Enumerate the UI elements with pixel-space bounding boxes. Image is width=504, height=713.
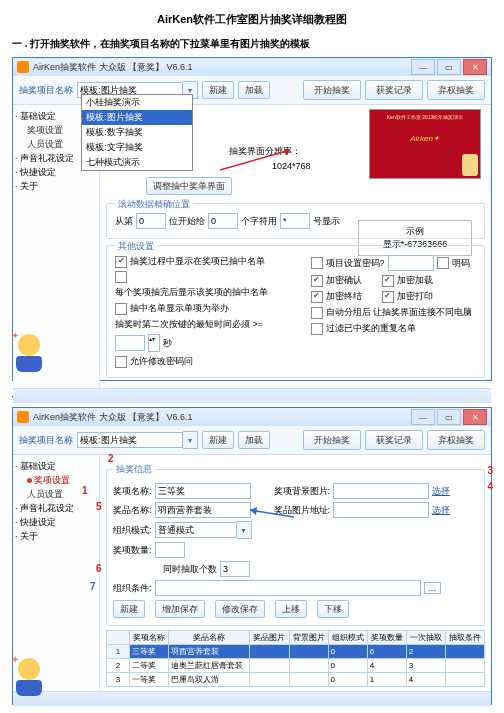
cb-o8[interactable] [382,291,394,303]
tree-node-prize[interactable]: 奖项设置 [27,473,97,487]
th: 组织模式 [328,631,367,645]
bgimg-input[interactable] [333,483,429,499]
project-label: 抽奖项目名称 [19,84,73,97]
annot-3: 3 [487,465,493,476]
bgimg-select-link[interactable]: 选择 [432,485,450,498]
start-lottery-button[interactable]: 开始抽奖 [303,430,361,450]
window-title: AirKen抽奖软件 大众版 【意奖】 V6.6.1 [33,61,411,74]
cb-o10[interactable] [115,356,127,368]
cb-o6[interactable] [115,303,127,315]
o5-label: 加密加载 [397,274,433,287]
cb-o11[interactable] [311,323,323,335]
main-panel: 抽奖信息 奖项名称: 奖项背景图片: 选择 奖品名称: 奖品图片地址: 选择 组… [99,455,491,691]
o4-label: 加密确认 [326,274,362,287]
timer-input[interactable] [115,335,145,351]
prize-info-title: 抽奖信息 [113,463,155,476]
table-row[interactable]: 3一等奖巴厘岛双人游014 [107,673,485,687]
row-modsave-button[interactable]: 修改保存 [215,600,265,618]
maximize-button[interactable]: ▭ [437,59,461,75]
cb-o7[interactable] [311,291,323,303]
tree-node-sound[interactable]: · 声音礼花设定 [15,501,97,515]
tree-node-about[interactable]: · 关于 [15,179,97,193]
chevron-down-icon[interactable]: ▼ [183,431,198,449]
chevron-down-icon[interactable]: ▼ [237,521,252,539]
record-button[interactable]: 获奖记录 [365,80,423,100]
maximize-button[interactable]: ▭ [437,409,461,425]
dropdown-item[interactable]: 小桂抽奖演示 [82,95,192,110]
pw-input[interactable] [388,255,434,271]
times-input[interactable] [220,561,250,577]
cb-o9[interactable] [311,307,323,319]
app-logo-icon [17,411,29,423]
abstain-button[interactable]: 弃权抽奖 [427,430,485,450]
gift-name-input[interactable] [155,502,251,518]
record-button[interactable]: 获奖记录 [365,430,423,450]
th: 奖品图片 [250,631,289,645]
app-window-1: AirKen抽奖软件 大众版 【意奖】 V6.6.1 — ▭ ✕ 抽奖项目名称 … [12,57,492,381]
table-row[interactable]: 1三等奖羽西营养套装062 [107,645,485,659]
dropdown-item-selected[interactable]: 模板:图片抽奖 [82,110,192,125]
prize-name-input[interactable] [155,483,251,499]
prize-name-label: 奖项名称: [113,485,152,498]
cb-o2[interactable] [311,257,323,269]
project-combo[interactable]: ▼ [77,431,198,449]
status-bar [13,691,491,706]
o10-label: 允许修改密码问 [130,355,193,368]
row-down-button[interactable]: 下移 [317,600,349,618]
scroll-group-title: 滚动数据精确位置 [115,198,193,211]
resolution-label: 抽奖界面分辨率： [229,145,301,158]
table-row[interactable]: 2二等奖迪奥兰葩红唇膏套装043 [107,659,485,673]
ellipsis-icon[interactable]: … [424,582,441,594]
prize-info-group: 抽奖信息 奖项名称: 奖项背景图片: 选择 奖品名称: 奖品图片地址: 选择 组… [106,463,485,626]
close-button[interactable]: ✕ [463,59,487,75]
star-input[interactable] [280,213,310,229]
bit-label: 位开始给 [169,215,205,228]
cb-o5[interactable] [382,275,394,287]
o9-label: 自动分组后 让抽奖界面连接不同电脑 [326,306,473,319]
bit-input[interactable] [208,213,238,229]
status-bar [13,388,491,403]
count-input[interactable] [155,542,185,558]
cb-o1[interactable] [115,256,127,268]
row-addsave-button[interactable]: 增加保存 [155,600,205,618]
adjust-list-button[interactable]: 调整抽中奖单界面 [146,177,232,195]
minimize-button[interactable]: — [411,59,435,75]
cb-o2b[interactable] [437,257,449,269]
cb-o3[interactable] [115,271,127,283]
close-button[interactable]: ✕ [463,409,487,425]
project-dropdown-list[interactable]: 小桂抽奖演示 模板:图片抽奖 模板:数字抽奖 模板:文字抽奖 七种模式演示 [81,94,193,171]
mode-input[interactable] [155,522,237,538]
tree-node-basic[interactable]: · 基础设定 [15,459,97,473]
dropdown-item[interactable]: 模板:文字抽奖 [82,140,192,155]
th: 奖品名称 [169,631,250,645]
giftimg-input[interactable] [333,502,429,518]
load-button[interactable]: 加载 [238,431,270,449]
project-input[interactable] [77,432,183,448]
tree-node-hotkey[interactable]: · 快捷设定 [15,515,97,529]
spinner-icon[interactable]: ▴▾ [148,334,160,352]
cb-o4[interactable] [311,275,323,287]
mode-combo[interactable]: ▼ [155,521,252,539]
preview-image: Ken软件工作室 2013蛇年抽奖演示 Airken✦ [369,109,481,179]
cond-input[interactable] [155,580,421,596]
from-input[interactable] [136,213,166,229]
new-button[interactable]: 新建 [202,81,234,99]
giftimg-select-link[interactable]: 选择 [432,504,450,517]
timer-unit: 秒 [163,337,172,350]
dropdown-item[interactable]: 七种模式演示 [82,155,192,170]
row-up-button[interactable]: 上移 [275,600,307,618]
other-group-title: 其他设置 [115,240,157,253]
tree-node-about[interactable]: · 关于 [15,529,97,543]
row-new-button[interactable]: 新建 [113,600,145,618]
minimize-button[interactable]: — [411,409,435,425]
abstain-button[interactable]: 弃权抽奖 [427,80,485,100]
cond-label: 组织条件: [113,582,152,595]
toolbar: 抽奖项目名称 ▼ 新建 加载 开始抽奖 获奖记录 弃权抽奖 小桂抽奖演示 模板:… [13,76,491,105]
tree-node-people[interactable]: 人员设置 [27,487,97,501]
dropdown-item[interactable]: 模板:数字抽奖 [82,125,192,140]
o3-label: 每个奖项抽完后显示该奖项的抽中名单 [115,286,268,299]
new-button[interactable]: 新建 [202,431,234,449]
prize-table[interactable]: 奖项名称 奖品名称 奖品图片 背景图片 组织模式 奖项数量 一次抽取 抽取条件 … [106,630,485,687]
start-lottery-button[interactable]: 开始抽奖 [303,80,361,100]
load-button[interactable]: 加载 [238,81,270,99]
